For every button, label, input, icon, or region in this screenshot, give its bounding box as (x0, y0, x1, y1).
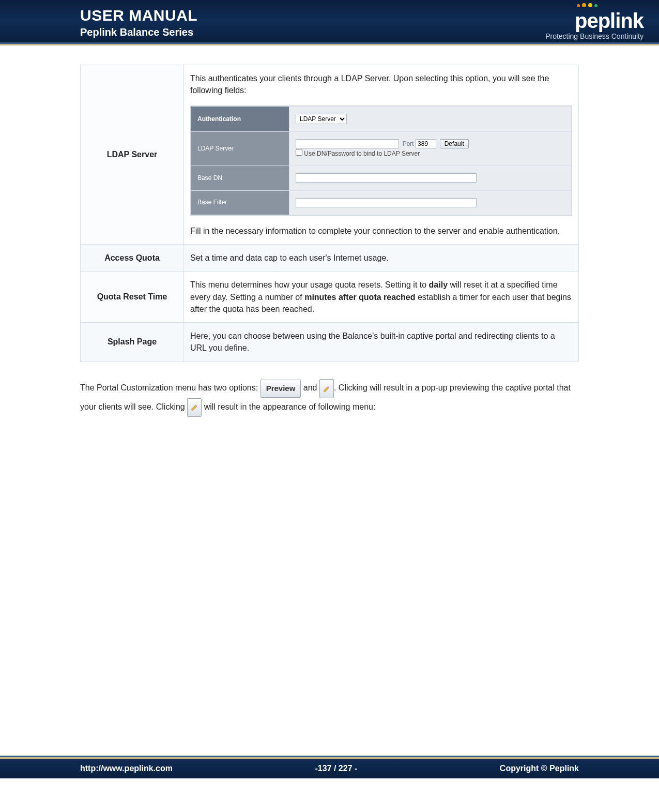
manual-title: USER MANUAL (80, 7, 197, 24)
row-label-quota-reset: Quota Reset Time (81, 272, 184, 323)
ldap-auth-select[interactable]: LDAP Server (296, 114, 347, 124)
brand-tagline: Protecting Business Continuity (545, 32, 643, 40)
footer-url: http://www.peplink.com (80, 764, 173, 773)
portal-customization-paragraph: The Portal Customization menu has two op… (80, 379, 579, 417)
ldap-basefilter-label: Base Filter (191, 190, 289, 215)
edit-button-2[interactable] (187, 398, 202, 417)
ldap-server-input[interactable] (296, 139, 399, 148)
ldap-auth-label: Authentication (191, 107, 289, 132)
pencil-icon (323, 385, 330, 393)
ldap-default-button[interactable]: Default (440, 139, 469, 148)
ldap-config-panel: Authentication LDAP Server LDAP Server (190, 106, 572, 216)
row-label-access-quota: Access Quota (81, 245, 184, 272)
ldap-port-label: Port (403, 140, 414, 147)
logo-dots-icon (577, 3, 597, 7)
footer-copyright: Copyright © Peplink (500, 764, 579, 773)
ldap-basedn-input[interactable] (296, 173, 477, 183)
preview-button[interactable]: Preview (260, 380, 301, 398)
row-desc-quota-reset: This menu determines how your usage quot… (184, 272, 579, 323)
page-footer: http://www.peplink.com -137 / 227 - Copy… (0, 757, 659, 778)
ldap-basedn-label: Base DN (191, 166, 289, 190)
edit-button[interactable] (319, 379, 334, 398)
page-header: USER MANUAL Peplink Balance Series pepli… (0, 0, 659, 44)
footer-page-number: -137 / 227 - (315, 764, 358, 773)
settings-table: LDAP Server This authenticates your clie… (80, 65, 579, 362)
ldap-outro-text: Fill in the necessary information to com… (190, 225, 572, 237)
brand-text: peplink (575, 10, 643, 31)
ldap-port-input[interactable] (416, 139, 436, 148)
ldap-use-dn-label: Use DN/Password to bind to LDAP Server (304, 150, 420, 157)
ldap-intro-text: This authenticates your clients through … (190, 72, 572, 96)
ldap-basefilter-input[interactable] (296, 198, 477, 207)
brand-logo: peplink (575, 10, 643, 31)
row-desc-splash: Here, you can choose between using the B… (184, 322, 579, 361)
pencil-icon (191, 404, 198, 411)
row-label-splash: Splash Page (81, 322, 184, 361)
row-label-ldap: LDAP Server (81, 65, 184, 245)
manual-subtitle: Peplink Balance Series (80, 26, 197, 38)
row-desc-access-quota: Set a time and data cap to each user's I… (184, 245, 579, 272)
ldap-use-dn-checkbox[interactable] (296, 149, 302, 156)
ldap-server-label: LDAP Server (191, 132, 289, 166)
row-desc-ldap: This authenticates your clients through … (184, 65, 579, 245)
